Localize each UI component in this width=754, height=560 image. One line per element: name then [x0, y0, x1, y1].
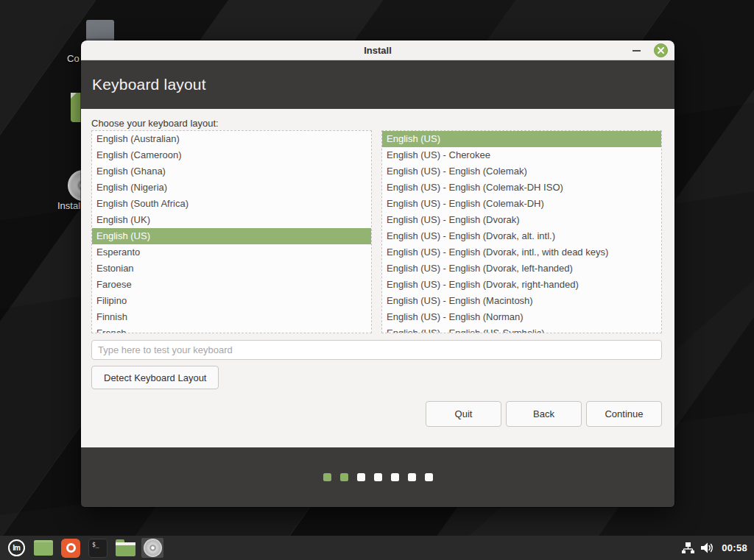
desktop: Co Install Install Keyboard layout Choos…	[0, 0, 754, 560]
computer-icon-label: Co	[67, 53, 80, 64]
list-item[interactable]: English (US) - English (Colemak-DH ISO)	[382, 180, 661, 196]
list-item[interactable]: Esperanto	[92, 244, 371, 260]
progress-dot	[323, 473, 331, 481]
list-item[interactable]: English (South Africa)	[92, 196, 371, 212]
progress-dot	[340, 473, 348, 481]
list-item[interactable]: English (US) - English (Colemak-DH)	[382, 196, 661, 212]
installer-disc-icon	[144, 539, 162, 557]
list-item[interactable]: English (US) - English (US-Symbolic)	[382, 325, 661, 333]
keyboard-test-input[interactable]	[91, 340, 662, 360]
progress-dot	[425, 473, 433, 481]
keyboard-variant-list[interactable]: English (US)English (US) - CherokeeEngli…	[381, 130, 662, 333]
window-title: Install	[81, 40, 674, 60]
continue-button[interactable]: Continue	[586, 401, 662, 427]
quit-button[interactable]: Quit	[426, 401, 501, 427]
list-item[interactable]: English (US) - English (Dvorak, right-ha…	[382, 277, 661, 293]
list-item[interactable]: Estonian	[92, 260, 371, 277]
firefox-launcher[interactable]	[60, 538, 82, 558]
terminal-launcher[interactable]: $_	[87, 538, 109, 558]
mint-menu-button[interactable]: lm	[5, 538, 27, 558]
progress-dot	[391, 473, 399, 481]
minimize-button[interactable]	[633, 50, 641, 52]
progress-dot	[374, 473, 382, 481]
list-item[interactable]: English (Cameroon)	[92, 147, 371, 163]
list-item[interactable]: English (US) - English (Dvorak, intl., w…	[382, 244, 661, 260]
network-icon[interactable]	[682, 542, 694, 553]
list-item[interactable]: English (US) - English (Dvorak)	[382, 212, 661, 228]
computer-monitor-glyph	[86, 20, 114, 41]
computer-icon[interactable]	[86, 20, 114, 41]
navigation-buttons: Quit Back Continue	[91, 401, 662, 427]
show-desktop-button[interactable]	[32, 538, 54, 558]
list-item[interactable]: English (US) - English (Dvorak, alt. int…	[382, 228, 661, 244]
installer-window: Install Keyboard layout Choose your keyb…	[81, 40, 674, 507]
choose-layout-label: Choose your keyboard layout:	[91, 109, 662, 130]
close-icon	[658, 47, 664, 54]
volume-icon[interactable]	[701, 542, 715, 553]
show-desktop-icon	[34, 540, 53, 556]
system-tray: 00:58	[682, 542, 754, 553]
list-item[interactable]: Filipino	[92, 293, 371, 309]
back-button[interactable]: Back	[506, 401, 582, 427]
list-item[interactable]: English (Nigeria)	[92, 180, 371, 196]
progress-dots	[323, 473, 433, 481]
page-content: Choose your keyboard layout: English (Au…	[81, 109, 674, 447]
list-item[interactable]: English (Ghana)	[92, 163, 371, 180]
list-item[interactable]: English (US) - English (Colemak)	[382, 163, 661, 180]
taskbar: lm $_	[0, 536, 754, 560]
installer-taskbar-item[interactable]	[141, 538, 163, 558]
list-item[interactable]: English (US) - English (Dvorak, left-han…	[382, 260, 661, 277]
clock[interactable]: 00:58	[722, 542, 747, 553]
list-item[interactable]: French	[92, 325, 371, 333]
terminal-icon: $_	[88, 539, 108, 558]
list-item[interactable]: English (US)	[92, 228, 371, 244]
list-item[interactable]: English (US) - English (Norman)	[382, 309, 661, 325]
list-item[interactable]: English (US) - Cherokee	[382, 147, 661, 163]
firefox-icon	[61, 539, 80, 558]
page-header: Keyboard layout	[81, 60, 674, 109]
progress-footer	[81, 447, 674, 507]
list-item[interactable]: English (US) - English (Macintosh)	[382, 293, 661, 309]
file-manager-launcher[interactable]	[114, 538, 136, 558]
list-item[interactable]: Finnish	[92, 309, 371, 325]
list-item[interactable]: Faroese	[92, 277, 371, 293]
keyboard-layout-list[interactable]: English (Australian)English (Cameroon)En…	[91, 130, 372, 333]
window-titlebar[interactable]: Install	[81, 40, 674, 60]
detect-keyboard-layout-button[interactable]: Detect Keyboard Layout	[91, 366, 219, 389]
install-icon-label: Install	[57, 200, 82, 211]
folder-icon	[116, 542, 135, 556]
list-item[interactable]: English (Australian)	[92, 131, 371, 147]
page-title: Keyboard layout	[92, 76, 206, 93]
list-item[interactable]: English (US)	[382, 131, 661, 147]
close-button[interactable]	[654, 43, 668, 57]
progress-dot	[408, 473, 416, 481]
mint-logo-icon: lm	[8, 539, 25, 556]
list-item[interactable]: English (UK)	[92, 212, 371, 228]
progress-dot	[357, 473, 365, 481]
